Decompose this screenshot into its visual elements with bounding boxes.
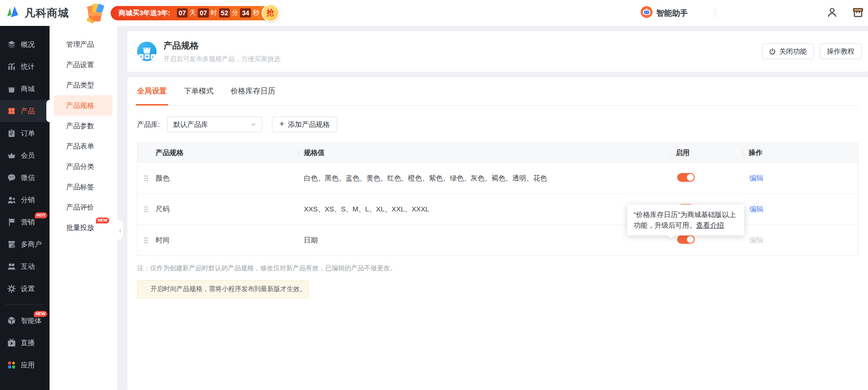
countdown-value: 34 [240, 8, 251, 18]
table-row: 颜色白色、黑色、蓝色、黄色、红色、橙色、紫色、绿色、灰色、褐色、透明、花色编辑 [138, 162, 858, 193]
header-titles: 产品规格 开启后可发布多规格产品，方便买家挑选 [164, 40, 280, 63]
drag-handle-icon[interactable] [144, 206, 148, 213]
submenu-item-label: 管理产品 [66, 40, 94, 49]
people-icon [7, 262, 16, 271]
topbar: 凡科商城 商城买3年送3年: 07天07时52分34秒 抢 智能助手 [0, 0, 868, 26]
sidebar-item-stats[interactable]: 统计 [0, 56, 50, 78]
submenu: 管理产品产品设置产品类型产品规格产品参数产品表单产品分类产品标签产品评价批量投放… [50, 26, 117, 390]
add-spec-label: 添加产品规格 [288, 120, 330, 129]
sidebar-item-wechat[interactable]: 微信 [0, 167, 50, 189]
collapse-sidebar-handle[interactable]: ‹ [117, 220, 124, 240]
edit-link[interactable]: 编辑 [749, 205, 763, 213]
sidebar-item-distribution[interactable]: 分销 [0, 189, 50, 211]
topbar-right: 智能助手 [640, 6, 868, 20]
new-badge: NEW [34, 311, 47, 317]
countdown-unit: 秒 [253, 9, 259, 17]
submenu-item-label: 产品设置 [66, 61, 94, 69]
sidebar-item-label: 概况 [21, 40, 35, 49]
logo[interactable]: 凡科商城 [6, 5, 69, 21]
filter-row: 产品库: 默认产品库 + 添加产品规格 [137, 117, 858, 132]
sidebar-item-interaction[interactable]: 互动 [0, 255, 50, 278]
column-header-3: 操作 [742, 143, 858, 162]
sidebar-item-marketing[interactable]: 营销HOT [0, 211, 50, 233]
sml-letters: SML [138, 54, 156, 59]
header-actions: 关闭功能 操作教程 [762, 43, 862, 59]
sidebar-item-members[interactable]: 会员 [0, 144, 50, 167]
warning-notice: 开启时间产品规格，需将小程序发布到最新版才生效。 [137, 280, 308, 298]
size-letter: S [138, 54, 144, 59]
ai-assistant-button[interactable]: 智能助手 [640, 6, 688, 20]
spec-name: 尺码 [156, 205, 170, 214]
submenu-item[interactable]: 产品表单 [54, 136, 113, 156]
action-cell: 编辑 [742, 174, 858, 183]
sidebar-item-product[interactable]: 产品 [0, 100, 50, 122]
sidebar-divider [6, 304, 44, 305]
sidebar-item-label: 分销 [21, 196, 35, 204]
column-header-0: 产品规格 [138, 143, 298, 162]
tab-0[interactable]: 全局设置 [137, 77, 167, 105]
robot-icon [640, 6, 653, 20]
sidebar-item-apps[interactable]: 应用 [0, 354, 50, 376]
drag-handle-icon[interactable] [144, 237, 148, 244]
drag-handle-icon[interactable] [144, 175, 148, 182]
table-row: 尺码XXS、XS、S、M、L、XL、XXL、XXXL编辑 [138, 193, 858, 224]
sidebar-item-orders[interactable]: 订单 [0, 122, 50, 144]
promo-banner[interactable]: 商城买3年送3年: 07天07时52分34秒 抢 [84, 3, 273, 23]
tooltip-view-intro-link[interactable]: 查看介绍 [696, 221, 724, 229]
countdown-value: 07 [177, 8, 188, 18]
spec-values: 日期 [298, 236, 670, 245]
size-letter: M [145, 54, 150, 59]
product-library-select[interactable]: 默认产品库 [167, 117, 262, 132]
bag-icon [7, 84, 16, 93]
ai-assistant-label: 智能助手 [656, 8, 688, 19]
user-icon[interactable] [826, 6, 838, 20]
sidebar-item-settings[interactable]: 设置 [0, 278, 50, 300]
tab-1[interactable]: 下单模式 [184, 77, 214, 105]
countdown-unit: 时 [211, 9, 217, 17]
sidebar-item-label: 会员 [21, 151, 35, 160]
brand-icon [6, 5, 20, 21]
promo-label: 商城买3年送3年: [119, 9, 170, 18]
submenu-item[interactable]: 产品评价 [54, 197, 113, 217]
tutorial-button[interactable]: 操作教程 [820, 43, 862, 59]
flag-icon [7, 217, 16, 227]
product-library-label: 产品库: [137, 120, 160, 129]
submenu-item[interactable]: 产品设置 [54, 55, 113, 75]
grab-button[interactable]: 抢 [262, 4, 279, 22]
sidebar-item-label: 订单 [21, 129, 35, 138]
submenu-item[interactable]: 产品参数 [54, 116, 113, 136]
submenu-item[interactable]: 产品规格 [54, 95, 113, 116]
countdown-value: 52 [219, 8, 230, 18]
store-icon [7, 240, 16, 249]
sidebar-item-label: 商城 [21, 85, 35, 93]
submenu-item[interactable]: 产品类型 [54, 75, 113, 95]
edit-link[interactable]: 编辑 [749, 236, 763, 244]
submenu-item[interactable]: 产品分类 [54, 156, 113, 177]
add-spec-button[interactable]: + 添加产品规格 [272, 117, 337, 132]
spec-name-cell: 时间 [138, 236, 298, 245]
product-library-value: 默认产品库 [173, 120, 208, 129]
sidebar-item-multi-merchant[interactable]: 多商户 [0, 233, 50, 255]
countdown: 07天07时52分34秒 [175, 8, 259, 18]
sidebar-item-label: 微信 [21, 173, 35, 182]
gift-icon [84, 3, 109, 23]
sidebar-item-overview[interactable]: 概况 [0, 33, 50, 56]
sidebar-item-mall[interactable]: 商城 [0, 78, 50, 100]
submenu-item-label: 产品评价 [66, 203, 94, 212]
enable-toggle[interactable] [677, 235, 695, 244]
edit-link[interactable]: 编辑 [749, 174, 763, 182]
enable-toggle[interactable] [677, 173, 695, 182]
sidebar-item-live[interactable]: 直播 [0, 332, 50, 354]
close-feature-button[interactable]: 关闭功能 [762, 43, 814, 59]
submenu-item-label: 产品标签 [66, 183, 94, 192]
cube-icon [7, 316, 16, 325]
toggle-cell [670, 173, 742, 183]
submenu-item-label: 产品表单 [66, 142, 94, 151]
page-title: 产品规格 [164, 40, 280, 52]
submenu-item[interactable]: 批量投放NEW [54, 217, 113, 238]
shop-icon[interactable] [852, 6, 864, 20]
submenu-item[interactable]: 管理产品 [54, 34, 113, 55]
sidebar-item-ai-agent[interactable]: 智能体NEW [0, 310, 50, 332]
submenu-item[interactable]: 产品标签 [54, 177, 113, 197]
tab-2[interactable]: 价格库存日历 [231, 77, 275, 105]
